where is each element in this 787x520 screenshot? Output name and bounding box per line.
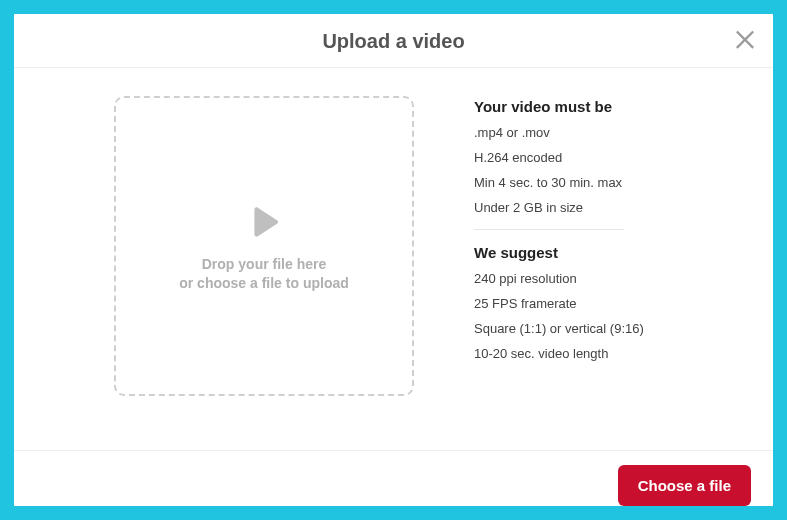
requirement-item: .mp4 or .mov [474,125,694,140]
requirement-item: H.264 encoded [474,150,694,165]
choose-file-button[interactable]: Choose a file [618,465,751,506]
modal-header: Upload a video [14,14,773,68]
dropzone-text: Drop your file here or choose a file to … [179,255,349,293]
modal-body: Drop your file here or choose a file to … [14,68,773,451]
suggestion-item: 25 FPS framerate [474,296,694,311]
requirement-item: Min 4 sec. to 30 min. max [474,175,694,190]
outer-frame: Upload a video Drop your file here or ch… [0,0,787,520]
play-icon [241,199,287,245]
requirements-title: Your video must be [474,98,694,115]
upload-video-modal: Upload a video Drop your file here or ch… [14,14,773,506]
suggestion-item: 240 ppi resolution [474,271,694,286]
spec-divider [474,229,624,230]
suggestions-title: We suggest [474,244,694,261]
close-icon[interactable] [731,24,759,52]
modal-title: Upload a video [14,30,773,53]
suggestion-item: Square (1:1) or vertical (9:16) [474,321,694,336]
requirement-item: Under 2 GB in size [474,200,694,215]
file-dropzone[interactable]: Drop your file here or choose a file to … [114,96,414,396]
modal-footer: Choose a file [14,451,773,506]
dropzone-text-line1: Drop your file here [179,255,349,274]
suggestion-item: 10-20 sec. video length [474,346,694,361]
dropzone-text-line2: or choose a file to upload [179,274,349,293]
specs-panel: Your video must be .mp4 or .mov H.264 en… [474,96,694,430]
